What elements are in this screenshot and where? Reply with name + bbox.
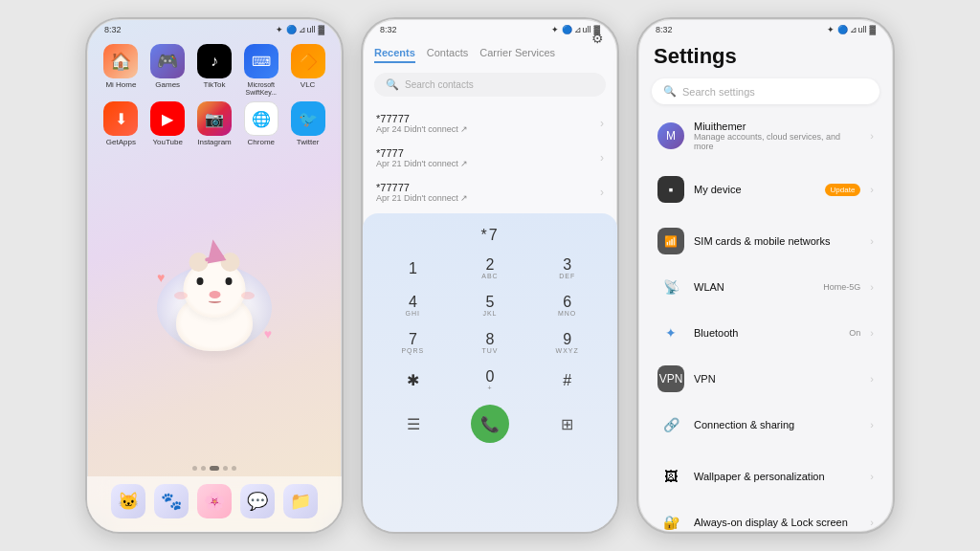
tab-carrier-services[interactable]: Carrier Services: [479, 44, 555, 63]
dial-key-5[interactable]: 5JKL: [454, 289, 527, 322]
search-contacts-bar[interactable]: 🔍 Search contacts: [374, 73, 606, 97]
dial-key-hash[interactable]: #: [530, 364, 604, 397]
chevron-wlan: ›: [870, 281, 874, 293]
dial-key-8[interactable]: 8TUV: [454, 326, 527, 360]
settings-item-wlan[interactable]: 📡 WLAN Home-5G ›: [648, 265, 883, 309]
chevron-device: ›: [870, 184, 874, 195]
call-item-1[interactable]: *77777 Apr 24 Didn't connect ↗ ›: [363, 106, 617, 141]
dial-key-9[interactable]: 9WXYZ: [530, 326, 604, 360]
settings-search-placeholder: Search settings: [682, 86, 755, 98]
call-item-2-info: *7777 Apr 21 Didn't connect ↗: [376, 147, 468, 168]
wallpaper-title: Wallpaper & personalization: [694, 471, 860, 482]
youtube-icon: ▶: [150, 101, 185, 136]
app-chrome[interactable]: 🌐 Chrome: [240, 101, 281, 147]
battery-icon-3: ▓: [869, 25, 876, 34]
heart-decoration-2: ♥: [264, 326, 272, 342]
call-item-2[interactable]: *7777 Apr 21 Didn't connect ↗ ›: [363, 141, 617, 175]
settings-item-bluetooth[interactable]: ✦ Bluetooth On ›: [648, 311, 883, 355]
connection-sharing-icon: 🔗: [657, 411, 684, 438]
wallpaper-icon: 🖼: [657, 463, 684, 490]
tab-recents[interactable]: Recents: [374, 44, 415, 63]
app-swiftkey[interactable]: ⌨ Microsoft SwiftKey...: [240, 44, 281, 96]
call-number-3: *77777: [376, 182, 468, 193]
app-youtube[interactable]: ▶ YouTube: [147, 101, 189, 147]
voicemail-button[interactable]: ☰: [396, 407, 431, 441]
time-2: 8:32: [380, 25, 397, 34]
settings-item-miuithemer[interactable]: M Miuithemer Manage accounts, cloud serv…: [648, 112, 883, 160]
sim-title: SIM cards & mobile networks: [694, 235, 860, 247]
connection-sharing-text: Connection & sharing: [694, 419, 860, 430]
dialpad: *7 1 2ABC 3DEF 4GHI 5JKL 6MNO 7PQRS 8TUV…: [363, 213, 617, 532]
app-vlc[interactable]: 🔶 VLC: [287, 44, 328, 96]
settings-item-connection-sharing[interactable]: 🔗 Connection & sharing ›: [648, 403, 883, 447]
dial-key-star[interactable]: ✱: [376, 364, 450, 397]
bt-icon-3: ✦: [827, 25, 835, 34]
battery-icon: ▓: [318, 25, 324, 34]
dock-icon-4[interactable]: 💬: [240, 484, 275, 518]
vpn-icon: VPN: [657, 365, 684, 392]
app-tiktok[interactable]: ♪ TikTok: [194, 44, 235, 96]
app-getapps[interactable]: ⬇ GetApps: [100, 101, 142, 147]
dial-key-6[interactable]: 6MNO: [530, 289, 604, 322]
call-chevron-1: ›: [600, 117, 604, 130]
app-twitter[interactable]: 🐦 Twitter: [287, 101, 328, 147]
signal-icons: 🔵 ⊿ull: [286, 25, 316, 34]
app-games-label: Games: [155, 81, 180, 90]
dial-key-4[interactable]: 4GHI: [376, 289, 450, 322]
vpn-text: VPN: [694, 373, 860, 385]
settings-item-aod[interactable]: 🔐 Always-on display & Lock screen ›: [648, 500, 883, 532]
dial-key-1[interactable]: 1: [376, 252, 450, 285]
dial-key-0[interactable]: 0+: [454, 364, 527, 397]
wlan-text: WLAN: [694, 281, 813, 293]
bluetooth-title: Bluetooth: [694, 327, 839, 339]
twitter-icon: 🐦: [291, 101, 325, 136]
aod-title: Always-on display & Lock screen: [694, 517, 860, 528]
settings-item-sim[interactable]: 📶 SIM cards & mobile networks ›: [648, 219, 883, 263]
contacts-button[interactable]: ⊞: [549, 407, 584, 441]
app-grid: 🏠 Mi Home 🎮 Games ♪ TikTok ⌨ Microsoft S…: [87, 36, 342, 155]
dial-key-3[interactable]: 3DEF: [530, 252, 604, 285]
getapps-icon: ⬇: [103, 101, 138, 136]
vlc-icon: 🔶: [291, 44, 325, 78]
sim-icon: 📶: [657, 228, 684, 254]
phone-1-home: 8:32 ✦ 🔵 ⊿ull ▓ 🏠 Mi Home 🎮 Games ♪ TikT…: [85, 17, 344, 534]
time-1: 8:32: [104, 25, 122, 34]
dot-1: [192, 466, 197, 471]
dock-icon-2[interactable]: 🐾: [154, 484, 189, 518]
dial-input: *7: [376, 223, 604, 252]
search-icon: 🔍: [386, 78, 399, 91]
dot-2: [201, 466, 206, 471]
settings-search-bar[interactable]: 🔍 Search settings: [652, 78, 880, 104]
settings-item-my-device[interactable]: ▪ My device Update ›: [648, 167, 883, 211]
miuithemer-avatar: M: [657, 122, 684, 149]
app-instagram[interactable]: 📷 Instagram: [194, 101, 235, 147]
chevron-sim: ›: [870, 235, 874, 247]
call-button[interactable]: 📞: [471, 405, 509, 443]
dock-icon-5[interactable]: 📁: [283, 484, 318, 518]
tab-contacts[interactable]: Contacts: [427, 44, 468, 63]
phone-2-dialer: 8:32 ✦ 🔵 ⊿ull ▓ ⚙ Recents Contacts Carri…: [361, 17, 619, 534]
status-bar-2: 8:32 ✦ 🔵 ⊿ull ▓: [363, 19, 617, 36]
app-vlc-label: VLC: [301, 81, 316, 90]
dock-icon-3[interactable]: 🌸: [197, 484, 232, 518]
call-number-2: *7777: [376, 147, 468, 159]
miuithemer-text: Miuithemer Manage accounts, cloud servic…: [694, 121, 860, 151]
dial-key-7[interactable]: 7PQRS: [376, 326, 450, 360]
dial-key-2[interactable]: 2ABC: [454, 252, 527, 285]
bluetooth-value: On: [849, 328, 860, 338]
my-device-title: My device: [694, 184, 815, 195]
call-item-3[interactable]: *77777 Apr 21 Didn't connect ↗ ›: [363, 175, 617, 209]
dot-4: [223, 466, 228, 471]
wlan-icon: 📡: [657, 274, 684, 300]
settings-gear-icon[interactable]: ⚙: [591, 31, 604, 46]
app-mi-home[interactable]: 🏠 Mi Home: [100, 44, 142, 96]
dock-icon-1[interactable]: 🐱: [111, 484, 145, 518]
app-games[interactable]: 🎮 Games: [147, 44, 189, 96]
app-dock: 🐱 🐾 🌸 💬 📁: [87, 476, 342, 532]
app-tiktok-label: TikTok: [204, 81, 226, 90]
phone-3-settings: 8:32 ✦ 🔵 ⊿ull ▓ Settings 🔍 Search settin…: [636, 17, 895, 534]
settings-item-wallpaper[interactable]: 🖼 Wallpaper & personalization ›: [648, 454, 883, 498]
recent-calls-list: *77777 Apr 24 Didn't connect ↗ › *7777 A…: [363, 102, 617, 213]
bluetooth-icon: ✦: [276, 25, 283, 34]
settings-item-vpn[interactable]: VPN VPN ›: [648, 357, 883, 401]
